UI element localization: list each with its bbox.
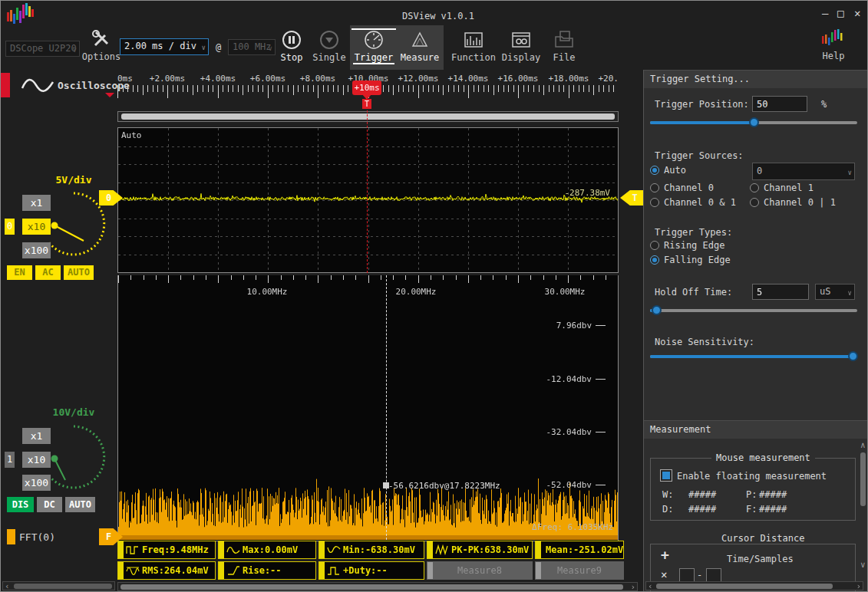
measurement-dock-title[interactable]: Measurement <box>644 420 868 439</box>
fft-db-tick: 7.96dbv <box>556 321 592 331</box>
options-wrench-icon <box>91 29 111 49</box>
measure-max[interactable]: Max:0.00mV <box>218 541 316 559</box>
minimize-button[interactable]: – <box>822 7 828 19</box>
samplerate-value: 100 MHz <box>233 41 272 52</box>
ch1-probe-x1[interactable]: x1 <box>22 428 51 444</box>
ruler-tick-label: +6.00ms <box>250 74 285 84</box>
display-window-icon <box>511 30 531 50</box>
radio-source-auto[interactable] <box>650 166 659 175</box>
mouse-measurement-title: Mouse measurement <box>711 452 815 463</box>
ruler-tick-label: +14.00ms <box>448 74 489 84</box>
single-button[interactable]: Single <box>312 30 346 63</box>
ch1-coupling-button[interactable]: DC <box>37 497 62 512</box>
close-button[interactable]: ✕ <box>854 7 860 19</box>
ch0-probe-x100[interactable]: x100 <box>22 242 51 258</box>
noise-sensitivity-label: Noise Sensitivity: <box>655 337 754 347</box>
measurement-vscrollbar[interactable]: ∧ ∨ <box>858 442 868 580</box>
trigger-level-marker[interactable]: T <box>620 190 645 206</box>
ruler-tick-label: +2.00ms <box>150 74 185 84</box>
enable-floating-measurement-checkbox[interactable] <box>660 469 672 482</box>
min-wave-icon <box>327 544 341 555</box>
options-button[interactable]: Options <box>82 29 120 62</box>
samplerate-select[interactable]: 100 MHz <box>228 39 276 55</box>
ruler-tick-label: +18.00ms <box>549 74 589 84</box>
ch0-auto-button[interactable]: AUTO <box>64 265 94 280</box>
timebase-value: 2.00 ms / div <box>124 41 196 51</box>
ch1-disable-button[interactable]: DIS <box>7 497 34 512</box>
measure-slot-9[interactable]: Measure9 <box>535 561 624 580</box>
measure-rise[interactable]: Rise:-- <box>218 561 316 580</box>
source-channel-select[interactable]: 0 <box>752 163 855 180</box>
measure-duty[interactable]: +Duty:-- <box>318 561 424 580</box>
timebase-select[interactable]: 2.00 ms / div <box>120 38 209 55</box>
trigger-position-flag[interactable]: +10ms <box>352 81 381 95</box>
cursor-distance-title: Cursor Distance <box>717 533 809 544</box>
radio-source-ch0-and-ch1[interactable] <box>650 198 659 207</box>
trigger-sources-label: Trigger Sources: <box>655 150 744 161</box>
radio-source-ch1[interactable] <box>750 183 759 192</box>
panel-hscrollbar[interactable]: ‹ › <box>645 581 863 590</box>
measure-rms[interactable]: RMS:264.04mV <box>117 561 216 580</box>
fft-plot[interactable]: 10.00MHz 20.00MHz 30.00MHz 7.96dbv -12.0… <box>117 275 619 541</box>
at-label: @ <box>216 42 221 53</box>
ch0-probe-x1[interactable]: x1 <box>22 195 51 211</box>
timeline-scrollbar[interactable] <box>117 111 619 122</box>
measure-slot-8[interactable]: Measure8 <box>427 561 533 580</box>
cursor-dash-label: - <box>697 570 702 580</box>
ch0-enable-button[interactable]: EN <box>7 265 32 280</box>
ch0-probe-x10[interactable]: x10 <box>22 219 51 235</box>
holdoff-slider[interactable] <box>650 309 857 312</box>
ch0-coupling-button[interactable]: AC <box>35 265 61 280</box>
measure-freq[interactable]: Freq:9.48MHz <box>117 541 216 559</box>
trigger-position-input[interactable] <box>752 96 807 112</box>
trigger-flag-t: T <box>362 99 371 109</box>
delete-cursor-button[interactable]: ✕ <box>661 568 667 580</box>
radio-falling-edge[interactable] <box>650 255 659 265</box>
holdoff-input[interactable] <box>752 284 809 300</box>
scope-trace-canvas <box>118 128 618 272</box>
ch1-probe-x10[interactable]: x10 <box>22 452 51 468</box>
noise-sensitivity-slider[interactable] <box>650 355 857 358</box>
measure-tool-button[interactable]: Measure <box>398 30 442 63</box>
trigger-tool-button[interactable]: Trigger <box>351 28 396 64</box>
trigger-dock-title[interactable]: Trigger Setting... <box>644 70 868 88</box>
pause-icon <box>282 30 302 50</box>
trigger-position-line[interactable] <box>367 99 368 273</box>
file-folder-icon <box>554 30 574 50</box>
ch1-auto-button[interactable]: AUTO <box>65 497 95 512</box>
fft-trace-label[interactable]: FFT(0) <box>19 531 55 543</box>
stop-button[interactable]: Stop <box>277 30 306 63</box>
mouse-f-label: F: <box>746 504 757 515</box>
fft-color-swatch <box>7 529 15 544</box>
maximize-button[interactable]: □ <box>837 7 843 19</box>
ch0-index-tab[interactable]: 0 <box>5 219 15 235</box>
trigger-position-slider[interactable] <box>650 121 857 124</box>
ch1-index-tab[interactable]: 1 <box>5 452 15 468</box>
device-select[interactable]: DSCope U2P20 <box>5 41 80 57</box>
ch0-vdiv-label: 5V/div <box>39 174 108 186</box>
help-menu-button[interactable]: Help <box>814 28 853 61</box>
radio-rising-edge-label: Rising Edge <box>664 240 724 251</box>
measure-pkpk[interactable]: PK-PK:638.30mV <box>427 541 533 559</box>
file-menu-button[interactable]: File <box>546 30 583 63</box>
dsview-logo <box>7 3 42 26</box>
add-cursor-button[interactable]: + <box>661 547 669 563</box>
ch1-probe-x100[interactable]: x100 <box>22 475 51 491</box>
display-menu-button[interactable]: Display <box>501 30 541 63</box>
radio-source-ch0-or-ch1-label: Channel 0 | 1 <box>764 197 836 208</box>
holdoff-unit-select[interactable]: uS <box>815 284 855 300</box>
source-channel-value: 0 <box>757 166 762 176</box>
radio-rising-edge[interactable] <box>650 241 659 250</box>
device-collapse-chevron-icon[interactable] <box>105 93 114 102</box>
radio-source-ch0[interactable] <box>650 183 659 192</box>
radio-source-ch0-or-ch1[interactable] <box>750 198 759 207</box>
measure-mean[interactable]: Mean:-251.02mV <box>535 541 624 559</box>
main-scrollbar[interactable]: › <box>117 582 638 591</box>
function-menu-button[interactable]: Function <box>452 30 495 63</box>
measure-min[interactable]: Min:-638.30mV <box>318 541 424 559</box>
sidebar-scrollbar[interactable]: ‹ <box>2 581 115 590</box>
trigger-types-label: Trigger Types: <box>655 227 732 238</box>
scope-plot[interactable]: Auto -287.38mV <box>117 127 619 273</box>
device-color-bar <box>1 73 10 97</box>
fft-cursor-line[interactable] <box>386 275 387 540</box>
